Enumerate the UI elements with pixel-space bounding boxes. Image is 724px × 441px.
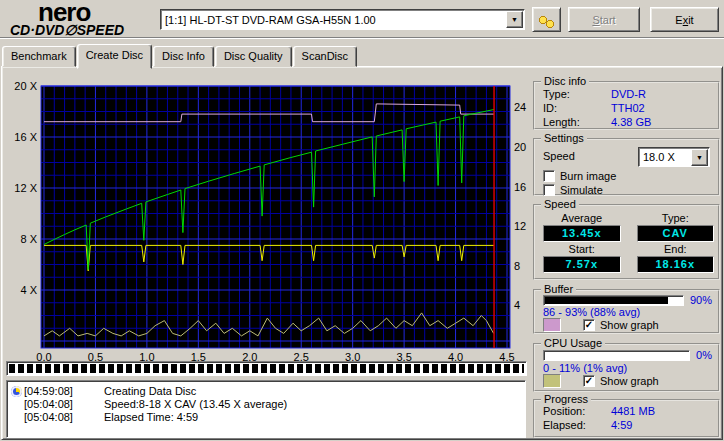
disc-id-value: TTH02 bbox=[611, 102, 645, 114]
burn-status-icon bbox=[11, 386, 22, 397]
end-speed-label: End: bbox=[637, 243, 715, 255]
nero-logo: nero CD·DVD∅SPEED bbox=[10, 1, 160, 37]
start-label: tart bbox=[600, 14, 616, 26]
position-label: Position: bbox=[543, 405, 611, 417]
header-divider bbox=[0, 37, 724, 39]
disc-info-title: Disc info bbox=[541, 75, 589, 87]
left-axis-tick: 8 X bbox=[20, 233, 37, 245]
cpu-show-graph-checkbox[interactable]: ✓ bbox=[583, 375, 595, 387]
start-label-accel: S bbox=[592, 14, 599, 26]
tab-disc-quality[interactable]: Disc Quality bbox=[215, 46, 292, 67]
cpu-percent: 0% bbox=[696, 349, 712, 361]
burn-image-label: Burn image bbox=[560, 170, 616, 182]
log-box: [04:59:08] Creating Data Disc [05:04:08]… bbox=[6, 380, 526, 438]
disc-length-value: 4.38 GB bbox=[611, 116, 651, 128]
buffer-swatch bbox=[543, 318, 561, 332]
log-message: Creating Data Disc bbox=[104, 385, 196, 398]
start-button[interactable]: Start bbox=[568, 7, 640, 32]
tab-benchmark[interactable]: Benchmark bbox=[2, 46, 76, 67]
simulate-label: Simulate bbox=[560, 184, 603, 196]
options-button[interactable] bbox=[532, 7, 561, 32]
options-icon bbox=[539, 16, 555, 28]
buffer-meter bbox=[543, 295, 684, 306]
right-axis-tick: 8 bbox=[514, 260, 520, 272]
speed-chart: 20 X16 X12 X8 X4 X24201612840.00.51.01.5… bbox=[0, 75, 530, 363]
log-line: [05:04:08] Elapsed Time: 4:59 bbox=[9, 411, 523, 424]
cpu-swatch bbox=[543, 374, 561, 388]
speed-title: Speed bbox=[541, 198, 579, 210]
write-progress-bar bbox=[6, 361, 527, 376]
drive-select[interactable]: [1:1] HL-DT-ST DVD-RAM GSA-H55N 1.00 ▼ bbox=[160, 9, 525, 30]
position-value: 4481 MB bbox=[611, 405, 655, 417]
cpu-range: 0 - 11% (1% avg) bbox=[543, 362, 627, 374]
log-time: [04:59:08] bbox=[24, 385, 86, 398]
log-line: [04:59:08] Creating Data Disc bbox=[9, 385, 523, 398]
right-axis-tick: 4 bbox=[514, 299, 520, 311]
average-label: Average bbox=[543, 212, 621, 224]
elapsed-label: Elapsed: bbox=[543, 419, 611, 431]
disc-type-value: DVD-R bbox=[611, 88, 646, 100]
tab-disc-info[interactable]: Disc Info bbox=[153, 46, 214, 67]
chevron-down-icon[interactable]: ▼ bbox=[691, 149, 708, 166]
speed-group: Speed Average Type: 13.45x CAV Start: En… bbox=[533, 204, 720, 280]
disc-icon: ∅ bbox=[64, 22, 76, 38]
tab-create-disc[interactable]: Create Disc bbox=[77, 44, 152, 69]
type-label: Type: bbox=[637, 212, 715, 224]
right-axis-tick: 16 bbox=[514, 181, 526, 193]
cpu-meter bbox=[543, 350, 690, 361]
start-speed-label: Start: bbox=[543, 243, 621, 255]
log-message: Speed:8-18 X CAV (13.45 X average) bbox=[104, 398, 287, 411]
left-axis-tick: 16 X bbox=[14, 131, 37, 143]
write-progress-fill bbox=[9, 364, 524, 373]
left-axis-tick: 20 X bbox=[14, 80, 37, 92]
progress-group: Progress Position:4481 MB Elapsed:4:59 bbox=[533, 399, 720, 438]
cpu-usage-title: CPU Usage bbox=[541, 337, 605, 349]
right-axis-tick: 12 bbox=[514, 220, 526, 232]
settings-group: Settings Speed 18.0 X ▼ Burn image Simul… bbox=[533, 138, 720, 196]
disc-id-label: ID: bbox=[543, 102, 611, 114]
progress-title: Progress bbox=[541, 393, 591, 405]
exit-label-pre: E bbox=[675, 14, 682, 26]
speed-select-value: 18.0 X bbox=[639, 151, 691, 163]
average-value: 13.45x bbox=[543, 225, 621, 242]
speed-select[interactable]: 18.0 X ▼ bbox=[638, 147, 710, 167]
settings-title: Settings bbox=[541, 132, 587, 144]
buffer-show-graph-checkbox[interactable]: ✓ bbox=[583, 319, 595, 331]
log-line: [05:04:08] Speed:8-18 X CAV (13.45 X ave… bbox=[9, 398, 523, 411]
buffer-percent: 90% bbox=[690, 294, 712, 306]
tab-scandisc[interactable]: ScanDisc bbox=[293, 46, 357, 67]
log-time: [05:04:08] bbox=[24, 398, 86, 411]
logo-speed: SPEED bbox=[77, 22, 124, 38]
buffer-range: 86 - 93% (88% avg) bbox=[543, 306, 640, 318]
exit-label: it bbox=[688, 14, 694, 26]
logo-cdspeed-text: CD·DVD∅SPEED bbox=[10, 23, 160, 37]
cpu-usage-group: CPU Usage 0% 0 - 11% (1% avg) ✓ Show gra… bbox=[533, 343, 720, 392]
right-axis-tick: 24 bbox=[514, 101, 526, 113]
buffer-show-graph-label: Show graph bbox=[600, 319, 659, 331]
buffer-group: Buffer 90% 86 - 93% (88% avg) ✓ Show gra… bbox=[533, 289, 720, 334]
logo-nero-text: nero bbox=[10, 1, 160, 23]
disc-info-group: Disc info Type:DVD-R ID:TTH02 Length:4.3… bbox=[533, 81, 720, 130]
app-window: nero CD·DVD∅SPEED [1:1] HL-DT-ST DVD-RAM… bbox=[0, 0, 724, 441]
disc-type-label: Type: bbox=[543, 88, 611, 100]
end-speed-value: 18.16x bbox=[637, 256, 715, 273]
log-time: [05:04:08] bbox=[24, 411, 86, 424]
right-axis-tick: 20 bbox=[514, 141, 526, 153]
cpu-show-graph-label: Show graph bbox=[600, 375, 659, 387]
tab-strip: Benchmark Create Disc Disc Info Disc Qua… bbox=[2, 44, 358, 67]
disc-length-label: Length: bbox=[543, 116, 611, 128]
start-speed-value: 7.57x bbox=[543, 256, 621, 273]
drive-select-value: [1:1] HL-DT-ST DVD-RAM GSA-H55N 1.00 bbox=[161, 14, 506, 26]
type-value: CAV bbox=[637, 225, 715, 242]
burn-image-checkbox[interactable] bbox=[543, 170, 555, 182]
speed-setting-label: Speed bbox=[543, 150, 575, 162]
left-axis-tick: 4 X bbox=[20, 284, 37, 296]
exit-button[interactable]: Exit bbox=[650, 7, 719, 32]
log-message: Elapsed Time: 4:59 bbox=[104, 411, 198, 424]
left-axis-tick: 12 X bbox=[14, 182, 37, 194]
elapsed-value: 4:59 bbox=[611, 419, 632, 431]
logo-cddvd: CD·DVD bbox=[10, 22, 64, 38]
chevron-down-icon[interactable]: ▼ bbox=[506, 11, 523, 28]
buffer-meter-fill bbox=[545, 297, 668, 304]
simulate-checkbox[interactable] bbox=[543, 184, 555, 196]
